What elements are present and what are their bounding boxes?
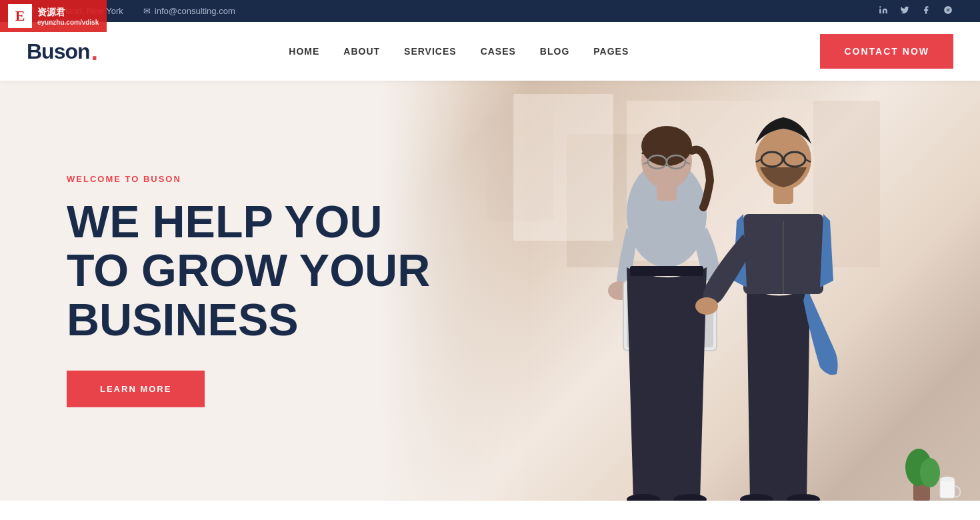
contact-now-button[interactable]: CONTACT NOW bbox=[820, 34, 953, 69]
email-icon: ✉ bbox=[143, 6, 151, 16]
social-links bbox=[879, 5, 953, 17]
nav-cases[interactable]: CASES bbox=[481, 45, 516, 57]
nav-services[interactable]: SERVICES bbox=[404, 45, 457, 57]
watermark-text: 资源君 eyunzhu.com/vdisk bbox=[37, 7, 99, 26]
hero-title-line2: TO GROW YOUR bbox=[67, 245, 430, 295]
nav-home[interactable]: HOME bbox=[289, 45, 319, 57]
hero-bg-overlay bbox=[380, 81, 980, 501]
main-nav: Buson. HOME ABOUT SERVICES CASES BLOG PA… bbox=[0, 22, 980, 81]
hero-content: WELCOME TO BUSON WE HELP YOU TO GROW YOU… bbox=[67, 174, 430, 407]
nav-pages[interactable]: PAGES bbox=[593, 45, 629, 57]
twitter-icon[interactable] bbox=[900, 5, 909, 17]
svg-rect-0 bbox=[879, 9, 881, 13]
watermark-letter: E bbox=[8, 4, 32, 28]
nav-about[interactable]: ABOUT bbox=[343, 45, 380, 57]
logo-text: Buson bbox=[27, 39, 90, 64]
email-text: info@consulting.com bbox=[155, 6, 235, 16]
learn-more-button[interactable]: LEARN MORE bbox=[67, 371, 205, 407]
email-info: ✉ info@consulting.com bbox=[143, 6, 235, 16]
hero-subtitle: WELCOME TO BUSON bbox=[67, 174, 430, 184]
nav-links: HOME ABOUT SERVICES CASES BLOG PAGES bbox=[289, 45, 629, 57]
watermark: E 资源君 eyunzhu.com/vdisk bbox=[0, 0, 107, 32]
hero-title-line3: BUSINESS bbox=[67, 294, 299, 345]
hero-section: WELCOME TO BUSON WE HELP YOU TO GROW YOU… bbox=[0, 81, 980, 501]
nav-blog[interactable]: BLOG bbox=[540, 45, 569, 57]
top-bar: 📍 Kings land, New York ✉ info@consulting… bbox=[0, 0, 980, 22]
logo[interactable]: Buson. bbox=[27, 39, 97, 64]
svg-point-1 bbox=[879, 6, 881, 7]
facebook-icon[interactable] bbox=[921, 5, 931, 17]
linkedin-icon[interactable] bbox=[879, 5, 888, 17]
hero-title-line1: WE HELP YOU bbox=[67, 196, 383, 247]
hero-title: WE HELP YOU TO GROW YOUR BUSINESS bbox=[67, 197, 430, 344]
logo-dot: . bbox=[91, 39, 98, 64]
googleplus-icon[interactable] bbox=[943, 5, 953, 17]
